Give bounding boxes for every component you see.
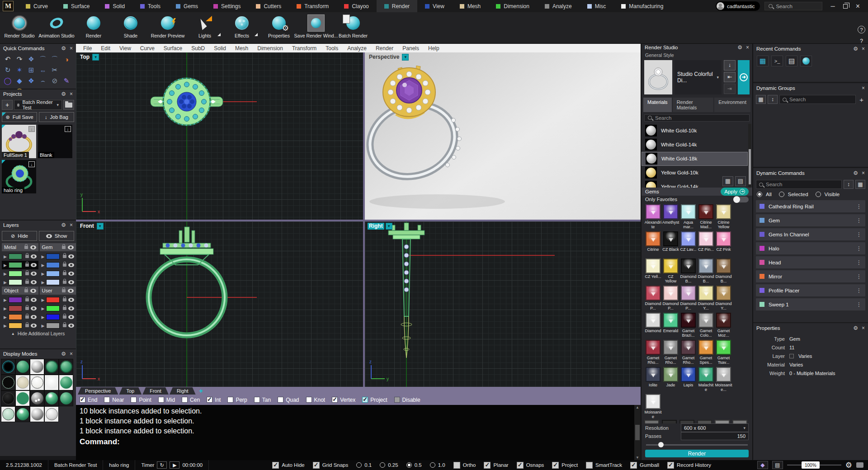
eye-icon[interactable] [68,263,74,267]
top-menu-item[interactable]: Manufacturing [613,0,671,12]
grid-snap-radio[interactable]: 0.1 [356,462,372,468]
material-row[interactable]: White Gold-14k [642,138,748,152]
gem-swatch[interactable]: Jade [662,367,679,393]
display-mode-button[interactable] [59,390,73,406]
top-menu-item[interactable]: Cutters [248,0,289,12]
command-prompt[interactable]: Command: [80,436,637,448]
gem-swatch[interactable]: Garnet Rho... [662,340,679,366]
layer-color-swatch[interactable] [9,314,22,320]
gear-icon[interactable]: ⚙ [737,44,742,51]
osnap-toggle[interactable]: Int [207,397,221,403]
close-icon[interactable]: × [862,325,865,331]
filter-radio[interactable]: All [757,192,772,197]
apply-style-button[interactable]: ➜ [738,60,750,94]
display-mode-button[interactable] [1,375,15,390]
display-mode-button[interactable] [1,390,15,406]
gem-swatch[interactable]: Amethyst [662,204,679,230]
expand-icon[interactable]: ▶ [4,263,7,268]
quick-command-icon[interactable]: ❖ [25,54,37,65]
gear-icon[interactable]: ⚙ [853,170,858,176]
gear-icon[interactable]: ⚙ [853,325,858,331]
radio-icon[interactable] [430,462,435,468]
display-mode-button[interactable] [44,359,59,375]
gem-swatch[interactable]: Garnet Brazi... [679,313,697,338]
eye-icon[interactable] [30,289,36,293]
top-menu-item[interactable]: Clayoo [336,0,376,12]
checkbox-icon[interactable] [667,462,674,469]
gem-swatch[interactable]: Diamond B... [679,258,697,284]
hide-layers-button[interactable]: ⊘Hide [2,231,37,241]
quick-command-icon[interactable]: ⌢ [37,75,49,86]
project-name-label[interactable]: Batch Render Test [48,460,103,470]
layer-group-header[interactable]: User [40,287,76,295]
import-style-button[interactable]: ⇤ [724,72,736,82]
close-icon[interactable]: × [862,170,865,176]
dynamic-command-item[interactable]: Cathedral Ring Rail ⋮ [756,200,865,212]
menu-bar-item[interactable]: Solid [209,45,231,52]
gem-thumbnail-partial[interactable] [679,420,694,423]
osnap-toggle[interactable]: Project [362,397,387,403]
radio-icon[interactable] [406,462,412,468]
user-account-button[interactable]: cadfantastic [716,1,760,11]
filter-radio[interactable]: Selected [779,192,808,197]
viewport-perspective[interactable]: Perspective▼ [365,52,641,220]
lock-icon[interactable] [25,281,29,284]
display-mode-button[interactable] [44,406,59,422]
eye-icon[interactable] [31,315,37,319]
lock-icon[interactable] [24,246,28,249]
eye-icon[interactable] [31,263,37,267]
layer-row[interactable]: ▶ [40,252,76,261]
top-menu-item[interactable]: Render [377,0,417,12]
gem-swatch[interactable]: Diamond P... [679,286,697,311]
timer-reset-button[interactable]: ↻ [157,461,167,469]
style-preview-thumbnail[interactable] [644,60,672,94]
gem-swatch[interactable]: Diamond Y... [715,286,732,311]
display-mode-button[interactable] [30,375,44,390]
display-mode-button[interactable] [30,359,44,375]
gem-swatch[interactable]: Iolite [644,367,662,393]
lock-icon[interactable] [63,324,66,327]
viewport-label[interactable]: Top▼ [79,54,99,61]
layer-row[interactable]: ▶ [2,252,38,261]
checkbox-icon[interactable] [272,462,279,469]
gem-swatch[interactable]: Moissanite... [715,367,732,393]
expand-icon[interactable]: ▶ [42,254,45,259]
eye-icon[interactable] [68,298,74,302]
expand-icon[interactable]: ▶ [4,315,7,320]
top-menu-item[interactable]: Dimension [488,0,537,12]
viewport-menu-icon[interactable]: ▼ [92,54,99,61]
display-mode-button[interactable] [30,406,44,422]
checkbox-icon[interactable] [80,397,85,403]
status-toggle[interactable]: Ortho [453,462,476,469]
gem-thumbnail-partial[interactable] [662,420,677,423]
groups-search-input[interactable]: Search [779,95,856,104]
dynamic-command-item[interactable]: Profile Placer ⋮ [756,284,865,296]
layer-group-header[interactable]: Gem [40,243,76,251]
layer-row[interactable]: ▶ [40,269,76,278]
scroll-up-icon[interactable]: ▲ [636,405,639,409]
quick-command-icon[interactable]: ⊞ [25,65,37,75]
top-menu-item[interactable]: Tools [132,0,168,12]
slider-knob[interactable] [658,442,664,447]
top-menu-item[interactable]: Curve [18,0,56,12]
status-toggle[interactable]: SmartTrack [586,462,622,469]
quick-command-icon[interactable]: ◑ [61,54,72,65]
menu-bar-item[interactable]: Render [371,45,398,52]
eye-icon[interactable] [68,324,74,328]
ribbon-button[interactable]: Lights [186,12,223,43]
viewport-menu-icon[interactable]: ▼ [97,223,104,230]
lock-icon[interactable] [63,281,66,284]
export-icon[interactable]: ↓ [28,161,35,167]
close-button[interactable]: × [856,2,860,10]
quick-command-icon[interactable]: ◆ [14,75,25,86]
layer-color-swatch[interactable] [46,271,60,277]
lock-icon[interactable] [63,263,66,267]
dynamic-command-item[interactable]: Halo ⋮ [756,242,865,254]
checkbox-icon[interactable] [484,462,491,469]
gem-swatch[interactable]: Citrine [644,231,662,257]
expand-icon[interactable]: ▶ [42,315,45,320]
add-group-button[interactable]: + [858,96,865,103]
quick-command-icon[interactable]: ⌒ [49,54,61,65]
gear-icon[interactable]: ⚙ [61,91,66,97]
eye-icon[interactable] [31,254,37,258]
